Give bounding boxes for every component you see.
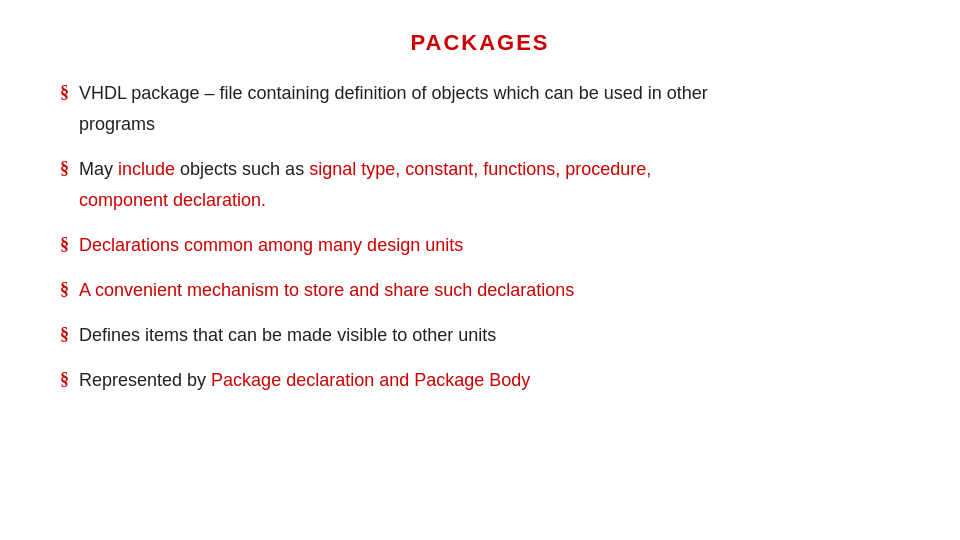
bullet3-text: Declarations common among many design un… [79,235,463,255]
bullet1-indent: programs [79,111,708,138]
slide-title: PACKAGES [60,30,900,56]
bullet-symbol-3: § [60,234,69,255]
bullet6-package: Package declaration and Package Body [211,370,530,390]
bullet-content-2: May include objects such as signal type,… [79,156,651,214]
bullet-content-4: A convenient mechanism to store and shar… [79,277,574,304]
slide: PACKAGES § VHDL package – file containin… [0,0,960,540]
bullet2-may: May [79,159,118,179]
bullet-content-5: Defines items that can be made visible t… [79,322,496,349]
bullet-content-1: VHDL package – file containing definitio… [79,80,708,138]
bullet-content-3: Declarations common among many design un… [79,232,463,259]
bullet-symbol-1: § [60,82,69,103]
bullet-item-1: § VHDL package – file containing definit… [60,80,900,138]
bullet-item-4: § A convenient mechanism to store and sh… [60,277,900,304]
bullet-symbol-6: § [60,369,69,390]
bullet-item-2: § May include objects such as signal typ… [60,156,900,214]
bullet2-list: signal type, constant, functions, proced… [309,159,651,179]
bullet-symbol-2: § [60,158,69,179]
bullet-symbol-5: § [60,324,69,345]
bullet-item-3: § Declarations common among many design … [60,232,900,259]
bullet-symbol-4: § [60,279,69,300]
bullet-item-6: § Represented by Package declaration and… [60,367,900,394]
bullet2-component: component declaration. [79,187,651,214]
bullet2-include: include [118,159,175,179]
bullet-content-6: Represented by Package declaration and P… [79,367,530,394]
bullet5-text: Defines items that can be made visible t… [79,325,496,345]
bullet6-represented: Represented by [79,370,211,390]
bullet-item-5: § Defines items that can be made visible… [60,322,900,349]
bullet4-text: A convenient mechanism to store and shar… [79,280,574,300]
bullet1-text: VHDL package – file containing definitio… [79,83,708,103]
bullet2-objects: objects such as [175,159,309,179]
